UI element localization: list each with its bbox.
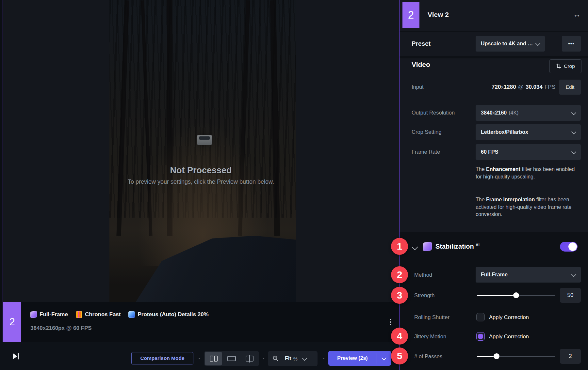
chevron-down-icon	[571, 110, 577, 115]
passes-value[interactable]: 2	[560, 349, 581, 364]
video-viewport: Not Processed To preview your settings, …	[3, 0, 399, 342]
preview-button[interactable]: Preview (2s)	[328, 351, 391, 366]
crop-button[interactable]: Crop	[549, 59, 581, 73]
stabilization-title: Stabilization AI	[435, 243, 480, 250]
output-resolution-dropdown[interactable]: 3840x2160(4K)	[476, 105, 581, 121]
view-number-badge: 2	[402, 2, 419, 28]
not-processed-title: Not Processed	[3, 165, 399, 176]
view-number-badge: 2	[3, 302, 21, 342]
stabilization-icon	[30, 311, 37, 318]
rolling-shutter-option: Apply Correction	[489, 314, 529, 320]
jittery-motion-option: Apply Correction	[489, 333, 529, 340]
chevron-down-icon	[571, 129, 577, 134]
strength-value[interactable]: 50	[560, 288, 581, 303]
filter-label: Full-Frame	[40, 311, 68, 318]
zoom-in-icon	[272, 355, 279, 362]
preview-button-label[interactable]: Preview (2s)	[328, 351, 377, 366]
crop-icon	[556, 64, 561, 69]
slider-thumb[interactable]	[513, 292, 519, 298]
panel-divider	[399, 0, 400, 370]
jittery-motion-checkbox[interactable]	[476, 332, 485, 341]
slider-fill	[477, 295, 516, 296]
output-resolution-value: 3840x2160(4K)	[481, 110, 518, 116]
frame-interpolation-note: The Frame Interpolation filter has been …	[476, 196, 582, 218]
zoom-unit: %	[293, 356, 298, 362]
skip-forward-icon	[11, 352, 20, 361]
annotation-4: 4	[391, 328, 408, 345]
zoom-value: Fit	[285, 356, 291, 362]
zoom-level-dropdown[interactable]: Fit %	[268, 351, 318, 366]
toolbar-separator: ·	[198, 355, 201, 363]
split-view-icon	[245, 354, 254, 363]
jittery-motion-label: Jittery Motion	[414, 333, 446, 340]
frame-rate-label: Frame Rate	[412, 149, 440, 155]
chevron-down-icon	[535, 41, 541, 46]
rolling-shutter-checkbox[interactable]	[476, 313, 485, 321]
preset-section: Preset Upscale to 4K and … •••	[400, 32, 588, 56]
not-processed-subtitle: To preview your settings, click the Prev…	[3, 178, 399, 185]
toggle-knob	[568, 242, 577, 251]
passes-label: # of Passes	[414, 353, 442, 360]
expand-panel-icon[interactable]: ↔	[573, 10, 581, 19]
ai-badge: AI	[476, 243, 480, 247]
proteus-icon	[128, 311, 135, 318]
toolbar-separator: ·	[323, 355, 325, 363]
annotation-2: 2	[391, 266, 408, 283]
preview-options-dropdown[interactable]	[377, 351, 391, 366]
annotation-1: 1	[391, 238, 408, 255]
preset-label: Preset	[412, 40, 431, 47]
video-section-title: Video	[412, 61, 430, 69]
crop-setting-label: Crop Setting	[412, 129, 442, 135]
method-dropdown[interactable]: Full-Frame	[476, 267, 581, 283]
filter-label: Chronos Fast	[85, 311, 121, 318]
video-preview[interactable]	[109, 0, 296, 302]
slider-thumb[interactable]	[494, 353, 499, 359]
method-label: Method	[414, 272, 432, 278]
layout-side-by-side-button[interactable]	[205, 352, 222, 365]
frame-rate-dropdown[interactable]: 60 FPS	[476, 144, 581, 160]
toolbar-separator: ·	[263, 355, 265, 363]
edit-input-button[interactable]: Edit	[559, 80, 581, 95]
filter-label: Proteus (Auto) Details 20%	[138, 311, 208, 318]
stabilization-toggle[interactable]	[560, 242, 578, 252]
filter-item: Proteus (Auto) Details 20%	[128, 311, 208, 318]
strength-label: Strength	[414, 292, 434, 299]
annotation-3: 3	[391, 287, 408, 304]
chevron-down-icon	[571, 149, 577, 154]
filter-item: Full-Frame	[30, 311, 68, 318]
crop-button-label: Crop	[564, 63, 575, 69]
output-resolution-label: Output Resolution	[412, 110, 455, 116]
strength-slider[interactable]	[477, 292, 555, 298]
filter-item: Chronos Fast	[76, 311, 121, 318]
output-summary: 3840x2160px @ 60 FPS	[30, 325, 92, 331]
checkbox-check	[478, 334, 483, 339]
passes-slider[interactable]	[477, 353, 555, 359]
layout-split-view-button[interactable]	[241, 352, 258, 365]
not-processed-dim-overlay	[109, 0, 296, 302]
single-view-icon	[227, 356, 236, 362]
chevron-down-icon	[382, 355, 387, 361]
comparison-mode-label: Comparison Mode	[140, 355, 184, 361]
preset-value: Upscale to 4K and …	[481, 41, 533, 47]
more-options-icon[interactable]	[388, 315, 394, 329]
enhancement-note: The Enhancement filter has been enabled …	[476, 166, 582, 180]
preset-more-button[interactable]: •••	[562, 36, 581, 52]
collapse-section-icon[interactable]	[412, 244, 418, 250]
preset-dropdown[interactable]: Upscale to 4K and …	[476, 36, 545, 52]
crop-setting-value: Letterbox/Pillarbox	[481, 129, 528, 135]
chevron-down-icon	[302, 356, 307, 361]
stabilization-icon	[423, 242, 432, 252]
settings-panel: 2 View 2 ↔ Preset Upscale to 4K and … ••…	[400, 0, 588, 370]
comparison-mode-button[interactable]: Comparison Mode	[131, 352, 193, 364]
annotation-5: 5	[391, 347, 408, 364]
chronos-icon	[76, 311, 82, 318]
method-value: Full-Frame	[481, 272, 508, 278]
chevron-down-icon	[571, 272, 577, 277]
view-info-bar: 2 Full-Frame Chronos Fast Proteus (Auto)…	[3, 302, 399, 342]
input-value: 720x1280@30.034FPS	[400, 84, 555, 90]
applied-filters-list: Full-Frame Chronos Fast Proteus (Auto) D…	[30, 311, 213, 318]
skip-to-end-button[interactable]	[11, 352, 20, 361]
layout-single-view-button[interactable]	[223, 352, 240, 365]
side-by-side-icon	[209, 355, 218, 362]
crop-setting-dropdown[interactable]: Letterbox/Pillarbox	[476, 124, 581, 140]
